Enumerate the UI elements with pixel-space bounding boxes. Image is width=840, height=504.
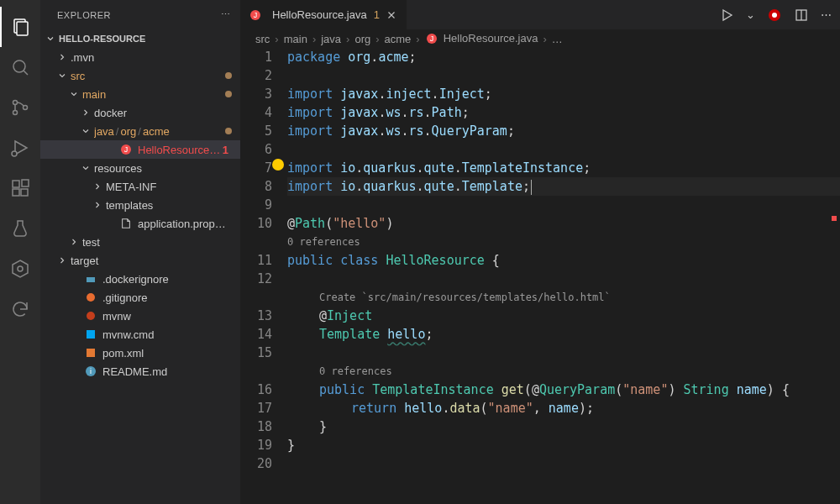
breadcrumb-item[interactable]: java	[321, 33, 341, 45]
tree-item[interactable]: mvnw.cmd	[40, 325, 240, 344]
tree-item[interactable]: resources	[40, 159, 240, 177]
breadcrumb-item[interactable]: org	[354, 33, 370, 45]
tree-item[interactable]: iREADME.md	[40, 362, 240, 381]
line-number: 13	[240, 307, 272, 325]
chevron-icon	[79, 106, 92, 119]
svg-rect-1	[17, 22, 28, 35]
run-icon[interactable]	[719, 8, 734, 23]
tree-label: test	[82, 236, 232, 249]
tree-item[interactable]: docker	[40, 103, 240, 122]
breadcrumb-item[interactable]: …	[552, 33, 563, 45]
codelens-references[interactable]: 0 references	[287, 233, 840, 251]
breadcrumbs[interactable]: src›main›java›org›acme›JHelloResource.ja…	[240, 29, 840, 48]
activity-test-icon[interactable]	[0, 208, 40, 249]
svg-point-4	[13, 101, 18, 105]
line-number: 10	[240, 214, 272, 233]
tree-item[interactable]: test	[40, 233, 240, 251]
tab-label: HelloResource.java	[272, 8, 367, 21]
chevron-icon	[55, 50, 69, 64]
svg-text:J: J	[124, 145, 129, 154]
chevron-icon	[69, 365, 82, 378]
editor-overflow-icon[interactable]: ⋯	[821, 8, 832, 21]
tree-item[interactable]: .dockerignore	[40, 270, 240, 288]
tree-item[interactable]: pom.xml	[40, 344, 240, 362]
tree-label: templates	[106, 199, 232, 212]
win-icon	[84, 328, 97, 341]
codelens-references[interactable]: 0 references	[287, 362, 840, 381]
line-number: 19	[240, 436, 272, 454]
quarkus-icon[interactable]	[767, 8, 782, 23]
svg-rect-11	[21, 189, 28, 196]
section-label: HELLO-RESOURCE	[59, 34, 145, 44]
overview-ruler[interactable]	[830, 48, 837, 504]
activity-debug-icon[interactable]	[0, 128, 40, 168]
modified-dot-icon	[225, 91, 232, 97]
tree-item[interactable]: application.properties	[40, 214, 240, 233]
tree-label: docker	[94, 107, 232, 119]
chevron-right-icon: ›	[543, 33, 546, 45]
tree-label: application.properties	[138, 218, 232, 230]
svg-rect-9	[13, 181, 19, 187]
xml-icon	[84, 346, 97, 360]
tree-label: main	[82, 88, 225, 101]
tree-item[interactable]: .mvn	[40, 48, 240, 66]
svg-point-6	[24, 106, 28, 110]
chevron-icon	[79, 161, 92, 175]
tree-label: META-INF	[106, 181, 232, 193]
split-editor-icon[interactable]	[794, 8, 809, 23]
tree-item[interactable]: target	[40, 251, 240, 270]
tree-label: mvnw	[102, 310, 232, 323]
activity-files-icon[interactable]	[0, 7, 40, 47]
chevron-right-icon: ›	[312, 33, 316, 45]
svg-point-2	[13, 60, 25, 72]
sidebar-section-header[interactable]: HELLO-RESOURCE	[40, 29, 240, 48]
activity-search-icon[interactable]	[0, 47, 40, 87]
tree-item[interactable]: mvnw	[40, 307, 240, 325]
lightbulb-icon[interactable]	[272, 159, 284, 171]
activity-scm-icon[interactable]	[0, 87, 40, 128]
code-content[interactable]: package org.acme; import javax.inject.In…	[287, 48, 840, 504]
close-icon[interactable]	[385, 8, 398, 22]
tree-item[interactable]: java/org/acme	[40, 122, 240, 140]
line-number: 17	[240, 399, 272, 417]
info-icon: i	[84, 365, 97, 378]
java-error-icon: J	[249, 8, 262, 22]
editor-actions: ⌄ ⋯	[711, 0, 840, 29]
chevron-icon	[69, 328, 82, 341]
chevron-right-icon: ›	[346, 33, 349, 45]
activity-sync-icon[interactable]	[0, 289, 40, 329]
breadcrumb-item[interactable]: src	[255, 33, 270, 45]
chevron-down-icon	[44, 32, 57, 45]
tree-item[interactable]: JHelloResource.java1	[40, 140, 240, 159]
text-cursor	[531, 180, 532, 195]
tree-item[interactable]: templates	[40, 196, 240, 214]
tree-item[interactable]: META-INF	[40, 177, 240, 196]
breadcrumb-item[interactable]: JHelloResource.java	[425, 32, 538, 46]
activity-extensions-icon[interactable]	[0, 168, 40, 208]
tab-hello-resource[interactable]: J HelloResource.java 1	[240, 0, 407, 29]
line-number: 4	[240, 103, 272, 122]
modified-dot-icon	[225, 72, 232, 79]
tree-item[interactable]: .gitignore	[40, 288, 240, 307]
tree-item[interactable]: src	[40, 66, 240, 85]
svg-point-18	[87, 293, 95, 302]
codelens-create-template[interactable]: Create `src/main/resources/templates/hel…	[287, 288, 840, 307]
tree-item[interactable]: main	[40, 85, 240, 103]
chevron-icon	[104, 217, 118, 230]
editor-body[interactable]: 1234567891011121314151617181920 package …	[240, 48, 840, 504]
line-number: 20	[240, 454, 272, 473]
tree-label: README.md	[102, 365, 232, 378]
run-chevron-icon[interactable]: ⌄	[746, 8, 755, 21]
line-number: 2	[240, 66, 272, 85]
error-marker[interactable]	[832, 216, 837, 221]
sidebar-overflow-icon[interactable]: ⋯	[221, 9, 231, 20]
svg-rect-10	[13, 189, 19, 196]
docker-icon	[84, 272, 97, 286]
activity-kubernetes-icon[interactable]	[0, 249, 40, 289]
line-number: 18	[240, 417, 272, 436]
breadcrumb-item[interactable]: main	[284, 33, 307, 45]
chevron-icon	[91, 198, 104, 212]
maven-icon	[84, 309, 97, 323]
breadcrumb-item[interactable]: acme	[385, 33, 412, 45]
svg-rect-12	[22, 180, 29, 186]
